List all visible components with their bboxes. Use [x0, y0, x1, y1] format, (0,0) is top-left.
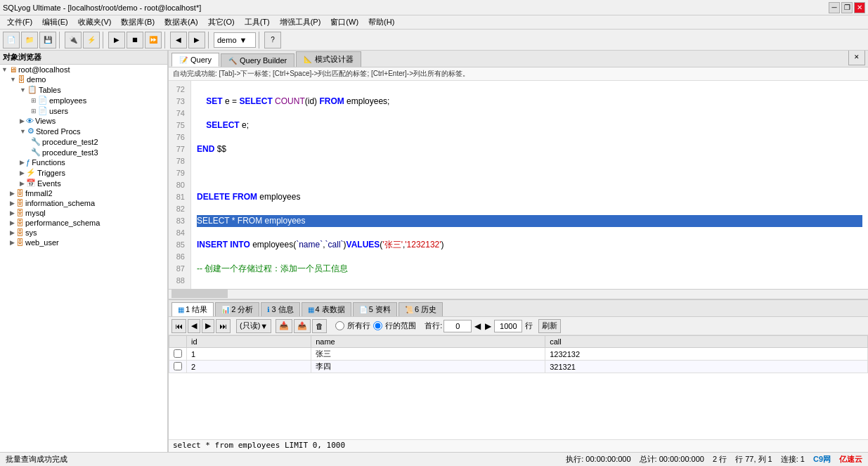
employees-icon: 📄 [38, 96, 48, 105]
refresh-label: 刷新 [542, 321, 557, 331]
proc-icon-1: 🔧 [31, 137, 41, 146]
toolbar-open[interactable]: 📁 [21, 32, 38, 48]
restore-button[interactable]: ❐ [841, 2, 853, 13]
tree-db-sys[interactable]: ▶ 🗄 sys [0, 228, 167, 238]
tree-table-employees[interactable]: ⊞ 📄 employees [0, 95, 167, 105]
radio-all-rows[interactable] [335, 321, 344, 330]
result-btn-export[interactable]: 📤 [294, 319, 311, 333]
tab-query[interactable]: 📝 Query [171, 53, 219, 67]
info-schema-icon: 🗄 [16, 199, 24, 207]
employees-expand-icon: ⊞ [31, 97, 37, 104]
row1-check[interactable] [169, 348, 187, 361]
menu-favorites[interactable]: 收藏夹(V) [74, 16, 116, 28]
toolbar-run2[interactable]: ⏩ [145, 32, 162, 48]
first-row-input[interactable] [443, 320, 472, 332]
tree-db-web-user[interactable]: ▶ 🗄 web_user [0, 238, 167, 247]
tab-query-label: Query [190, 56, 212, 64]
views-expand-icon: ▶ [20, 117, 25, 124]
menu-edit[interactable]: 编辑(E) [38, 16, 72, 28]
toolbar-save[interactable]: 💾 [39, 32, 56, 48]
tab-close-btn[interactable]: ✕ [848, 51, 865, 65]
toolbar-sep2 [103, 32, 105, 48]
menu-help[interactable]: 帮助(H) [364, 16, 399, 28]
tree-table-users[interactable]: ⊞ 📄 users [0, 105, 167, 116]
row2-check[interactable] [169, 361, 187, 373]
result-btn-import[interactable]: 📥 [276, 319, 292, 333]
toolbar-connect[interactable]: 🔌 [65, 32, 82, 48]
result-btn-delete[interactable]: 🗑 [312, 319, 327, 333]
tree-triggers[interactable]: ▶ ⚡ Triggers [0, 167, 167, 178]
tree-views[interactable]: ▶ 👁 Views [0, 116, 167, 126]
tab-query-builder[interactable]: 🔨 Query Builder [221, 53, 294, 67]
tree-proc-test3[interactable]: 🔧 procedure_test3 [0, 147, 167, 157]
tree-db-demo[interactable]: ▼ 🗄 demo [0, 75, 167, 84]
toolbar-help[interactable]: ? [264, 32, 281, 48]
code-area[interactable]: SET e = SELECT COUNT(id) FROM employees;… [191, 81, 868, 289]
menu-other[interactable]: 其它(O) [204, 16, 239, 28]
tree-events[interactable]: ▶ 📅 Events [0, 178, 167, 188]
tree-root[interactable]: ▼ 🖥 root@localhost [0, 65, 167, 75]
result-btn-last[interactable]: ⏭ [216, 319, 231, 333]
result-tab-6-label: 6 历史 [415, 304, 436, 315]
result-btn-first[interactable]: ⏮ [171, 319, 186, 333]
toolbar-back[interactable]: ◀ [170, 32, 187, 48]
db-icon: 🗄 [18, 75, 25, 84]
code-line-78: INSERT INTO employees(`name`,`call`)VALU… [197, 239, 862, 251]
menu-file[interactable]: 文件(F) [3, 16, 37, 28]
menu-enhance[interactable]: 增强工具(P) [276, 16, 325, 28]
tree-db-info-schema[interactable]: ▶ 🗄 information_schema [0, 198, 167, 208]
max-rows-input[interactable] [494, 320, 522, 332]
menu-window[interactable]: 窗口(W) [326, 16, 363, 28]
tree-proc-test3-label: procedure_test3 [42, 148, 98, 157]
tree-root-label: root@localhost [18, 65, 70, 74]
sql-editor-wrapper: 72 73 74 75 76 77 78 79 80 81 82 83 [169, 81, 868, 299]
db-dropdown[interactable]: demo ▼ [214, 32, 256, 48]
result-btn-select[interactable]: (只读) ▼ [236, 319, 271, 333]
page-nav-prev[interactable]: ◀ [473, 321, 482, 331]
result-tab-5-label: 5 资料 [369, 304, 391, 315]
result-tab-1[interactable]: ▦ 1 结果 [171, 302, 214, 316]
tree-functions[interactable]: ▶ ƒ Functions [0, 157, 167, 167]
refresh-button[interactable]: 刷新 [538, 319, 561, 333]
row2-checkbox[interactable] [174, 362, 182, 370]
close-button[interactable]: ✕ [854, 2, 865, 13]
editor-h-scrollbar[interactable] [169, 289, 868, 299]
result-tab-2[interactable]: 📊 2 分析 [215, 302, 259, 316]
toolbar-new[interactable]: 📄 [3, 32, 20, 48]
tree-tables[interactable]: ▼ 📋 Tables [0, 84, 167, 95]
radio-range-rows[interactable] [373, 321, 382, 330]
events-icon: 📅 [26, 179, 36, 188]
tree-db-perf-schema[interactable]: ▶ 🗄 performance_schema [0, 218, 167, 228]
main-layout: 对象浏览器 ▼ 🖥 root@localhost ▼ 🗄 demo ▼ 📋 Ta… [0, 51, 868, 452]
result-tab-3[interactable]: ℹ 3 信息 [261, 302, 299, 316]
result-tab-6[interactable]: 📜 6 历史 [399, 302, 443, 316]
sql-editor[interactable]: 72 73 74 75 76 77 78 79 80 81 82 83 [169, 81, 868, 289]
page-nav-next[interactable]: ▶ [484, 321, 493, 331]
tree-stored-procs[interactable]: ▼ ⚙ Stored Procs [0, 126, 167, 136]
tree-db-info-schema-label: information_schema [25, 199, 95, 207]
minimize-button[interactable]: ─ [829, 2, 840, 13]
tree-db-fmmall2[interactable]: ▶ 🗄 fmmall2 [0, 188, 167, 198]
tab-schema-designer-label: 模式设计器 [315, 54, 354, 65]
users-icon: 📄 [38, 106, 48, 115]
toolbar-disconnect[interactable]: ⚡ [83, 32, 100, 48]
functions-expand-icon: ▶ [20, 159, 25, 166]
tree-db-mysql[interactable]: ▶ 🗄 mysql [0, 208, 167, 218]
toolbar-forward[interactable]: ▶ [188, 32, 205, 48]
col-header-call: call [545, 336, 868, 348]
tab-schema-designer[interactable]: 📐 模式设计器 [296, 51, 361, 67]
result-btn-prev[interactable]: ◀ [188, 319, 200, 333]
result-btn-next[interactable]: ▶ [202, 319, 214, 333]
row2-id: 2 [187, 361, 311, 373]
menu-table[interactable]: 数据表(A) [160, 16, 202, 28]
result-tab-3-icon: ℹ [267, 306, 270, 313]
toolbar-stop[interactable]: ⏹ [127, 32, 143, 48]
menu-tools[interactable]: 工具(T) [240, 16, 274, 28]
result-tab-5[interactable]: 📄 5 资料 [353, 302, 397, 316]
tree-proc-test2[interactable]: 🔧 procedure_test2 [0, 136, 167, 147]
toolbar-run[interactable]: ▶ [108, 32, 125, 48]
row1-checkbox[interactable] [174, 349, 182, 358]
tree-db-fmmall2-label: fmmall2 [25, 189, 53, 198]
result-tab-4[interactable]: ▦ 4 表数据 [302, 302, 351, 316]
menu-database[interactable]: 数据库(B) [117, 16, 159, 28]
